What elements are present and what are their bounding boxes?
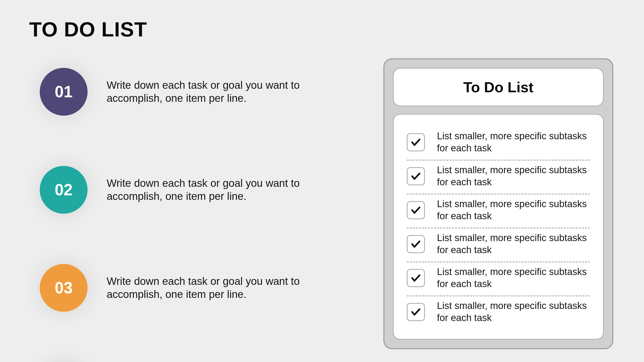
steps-column: 01 Write down each task or goal you want… bbox=[40, 68, 315, 362]
step-text-2: Write down each task or goal you want to… bbox=[107, 177, 315, 203]
list-item-text: List smaller, more specific subtasks for… bbox=[437, 198, 590, 222]
step-1: 01 Write down each task or goal you want… bbox=[40, 68, 315, 116]
list-item-text: List smaller, more specific subtasks for… bbox=[437, 232, 590, 256]
checkbox[interactable] bbox=[407, 133, 425, 151]
checkbox[interactable] bbox=[407, 167, 425, 185]
checkbox[interactable] bbox=[407, 201, 425, 219]
list-item-text: List smaller, more specific subtasks for… bbox=[437, 300, 590, 324]
check-icon bbox=[410, 306, 421, 318]
list-item: List smaller, more specific subtasks for… bbox=[407, 127, 590, 161]
list-item-text: List smaller, more specific subtasks for… bbox=[437, 266, 590, 290]
step-badge-1: 01 bbox=[40, 68, 88, 116]
list-item: List smaller, more specific subtasks for… bbox=[407, 229, 590, 262]
step-3: 03 Write down each task or goal you want… bbox=[40, 264, 315, 312]
page-title: TO DO LIST bbox=[29, 18, 147, 41]
card-title-box: To Do List bbox=[393, 68, 604, 106]
card-body: List smaller, more specific subtasks for… bbox=[393, 114, 604, 340]
checkbox[interactable] bbox=[407, 235, 425, 253]
check-icon bbox=[410, 239, 421, 250]
list-item: List smaller, more specific subtasks for… bbox=[407, 161, 590, 195]
checkbox[interactable] bbox=[407, 303, 425, 321]
check-icon bbox=[410, 137, 421, 148]
list-item-text: List smaller, more specific subtasks for… bbox=[437, 164, 590, 188]
step-text-1: Write down each task or goal you want to… bbox=[107, 79, 315, 105]
step-badge-2: 02 bbox=[40, 166, 88, 214]
step-2: 02 Write down each task or goal you want… bbox=[40, 166, 315, 214]
list-item: List smaller, more specific subtasks for… bbox=[407, 195, 590, 229]
list-item-text: List smaller, more specific subtasks for… bbox=[437, 130, 590, 154]
check-icon bbox=[410, 205, 421, 216]
checkbox[interactable] bbox=[407, 269, 425, 287]
card-title: To Do List bbox=[463, 79, 533, 95]
step-text-3: Write down each task or goal you want to… bbox=[107, 275, 315, 301]
list-item: List smaller, more specific subtasks for… bbox=[407, 262, 590, 296]
list-item: List smaller, more specific subtasks for… bbox=[407, 296, 590, 324]
check-icon bbox=[410, 273, 421, 284]
check-icon bbox=[410, 171, 421, 182]
todo-card: To Do List List smaller, more specific s… bbox=[383, 58, 613, 349]
step-badge-3: 03 bbox=[40, 264, 88, 312]
